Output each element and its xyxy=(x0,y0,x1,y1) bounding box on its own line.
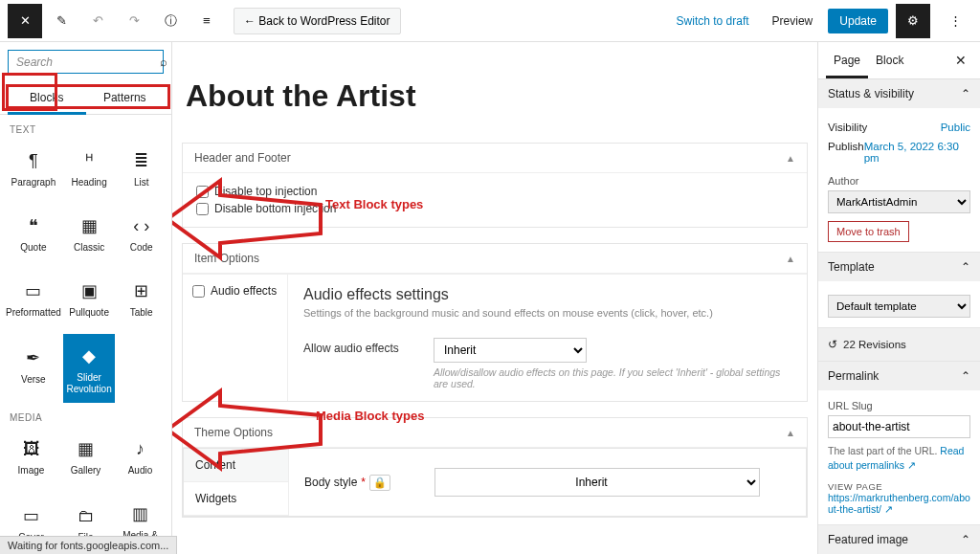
disable-top-injection-checkbox[interactable]: Disable top injection xyxy=(196,183,793,200)
block-slider-revolution[interactable]: ◆Slider Revolution xyxy=(63,334,116,403)
block-gallery[interactable]: ▦Gallery xyxy=(58,427,113,492)
browser-status-bar: Waiting for fonts.googleapis.com... xyxy=(0,536,177,554)
block-image[interactable]: 🖼Image xyxy=(4,427,58,492)
block-label: Heading xyxy=(71,177,106,196)
undo-button[interactable]: ↶ xyxy=(80,4,115,38)
block-inserter-panel: ⌕ Blocks Patterns TEXT ¶ParagraphᴴHeadin… xyxy=(0,42,172,554)
disable-bottom-injection-checkbox[interactable]: Disable bottom injection xyxy=(196,200,793,217)
annotation-media-blocks: Media Block types xyxy=(316,409,424,423)
settings-sidebar: Page Block ✕ Status & visibility⌃ Visibi… xyxy=(817,42,980,554)
block-label: Gallery xyxy=(71,465,101,484)
options-button[interactable]: ⋮ xyxy=(938,4,972,38)
block-icon: ⊞ xyxy=(134,280,148,301)
theme-tab-content[interactable]: Content xyxy=(184,449,288,482)
lock-icon: 🔒 xyxy=(369,475,390,491)
block-icon: 🖼 xyxy=(23,438,40,459)
block-icon: ¶ xyxy=(29,150,38,171)
block-quote[interactable]: ❝Quote xyxy=(4,204,63,269)
tab-blocks[interactable]: Blocks xyxy=(8,81,86,114)
collapse-icon[interactable]: ▲ xyxy=(786,428,795,438)
item-options-box: Item Options ▲ Audio effects Audio effec… xyxy=(182,243,808,402)
block-classic[interactable]: ▦Classic xyxy=(63,204,116,269)
visibility-label: Visibility xyxy=(828,122,867,133)
allow-audio-label: Allow audio effects xyxy=(303,338,418,355)
audio-settings-title: Audio effects settings xyxy=(303,286,791,303)
block-pullquote[interactable]: ▣Pullquote xyxy=(63,269,116,334)
block-icon: ❝ xyxy=(29,215,38,236)
block-code[interactable]: ‹ ›Code xyxy=(115,204,167,269)
collapse-icon[interactable]: ▲ xyxy=(786,254,795,264)
status-visibility-header[interactable]: Status & visibility⌃ xyxy=(818,79,980,108)
switch-to-draft-button[interactable]: Switch to draft xyxy=(669,9,757,33)
back-to-wordpress-button[interactable]: ← Back to WordPress Editor xyxy=(234,8,401,34)
block-label: Image xyxy=(18,465,45,484)
theme-options-title: Theme Options xyxy=(194,426,273,439)
block-heading[interactable]: ᴴHeading xyxy=(63,139,116,204)
block-icon: ᴴ xyxy=(85,150,94,171)
tab-page[interactable]: Page xyxy=(826,42,868,78)
view-page-label: VIEW PAGE xyxy=(828,481,970,492)
settings-button[interactable]: ⚙ xyxy=(896,4,930,38)
permalink-header[interactable]: Permalink⌃ xyxy=(818,362,980,390)
editor-canvas[interactable]: About the Artist Header and Footer ▲ Dis… xyxy=(172,42,817,554)
page-title[interactable]: About the Artist xyxy=(182,61,808,143)
search-icon: ⌕ xyxy=(160,55,167,69)
block-audio[interactable]: ♪Audio xyxy=(113,427,167,492)
block-search-input[interactable] xyxy=(16,55,160,69)
body-style-label: Body style xyxy=(304,476,357,489)
block-icon: 🗀 xyxy=(78,505,95,526)
preview-button[interactable]: Preview xyxy=(765,9,821,33)
block-icon: ✒ xyxy=(26,347,40,368)
tab-patterns[interactable]: Patterns xyxy=(86,81,165,114)
block-icon: ▦ xyxy=(81,215,98,236)
block-table[interactable]: ⊞Table xyxy=(115,269,167,334)
allow-audio-select[interactable]: Inherit xyxy=(434,338,587,363)
theme-tab-widgets[interactable]: Widgets xyxy=(184,482,288,516)
permalink-url[interactable]: https://markruthenberg.com/about-the-art… xyxy=(828,492,970,515)
template-select[interactable]: Default template xyxy=(828,295,970,318)
block-label: Preformatted xyxy=(6,307,61,326)
block-icon: ◆ xyxy=(82,345,96,366)
block-label: Quote xyxy=(20,242,46,261)
block-preformatted[interactable]: ▭Preformatted xyxy=(4,269,63,334)
url-slug-input[interactable] xyxy=(828,415,970,438)
header-footer-box: Header and Footer ▲ Disable top injectio… xyxy=(182,143,808,228)
move-to-trash-button[interactable]: Move to trash xyxy=(828,221,909,242)
block-verse[interactable]: ✒Verse xyxy=(4,334,63,403)
audio-settings-subtitle: Settings of the background music and sou… xyxy=(303,307,791,319)
block-label: Audio xyxy=(128,465,153,484)
block-label: List xyxy=(134,177,149,196)
toggle-inserter-button[interactable]: ✕ xyxy=(8,4,42,38)
history-icon: ↺ xyxy=(828,338,837,351)
block-label: Code xyxy=(130,242,153,261)
details-button[interactable]: ⓘ xyxy=(153,4,188,38)
block-label: Pullquote xyxy=(69,307,109,326)
revisions-button[interactable]: ↺ 22 Revisions xyxy=(818,328,980,362)
collapse-icon[interactable]: ▲ xyxy=(786,153,795,164)
author-select[interactable]: MarkArtistAdmin xyxy=(828,190,970,213)
tab-block[interactable]: Block xyxy=(868,42,911,78)
template-header[interactable]: Template⌃ xyxy=(818,253,980,281)
update-button[interactable]: Update xyxy=(828,9,888,33)
tools-button[interactable]: ✎ xyxy=(44,4,78,38)
audio-effects-checkbox[interactable]: Audio effects xyxy=(192,284,278,298)
block-icon: ▥ xyxy=(132,503,148,524)
allow-audio-helper: Allow/disallow audio effects on this pag… xyxy=(434,366,791,389)
featured-image-header[interactable]: Featured image⌃ xyxy=(818,525,980,554)
author-label: Author xyxy=(828,175,970,187)
editor-topbar: ✕ ✎ ↶ ↷ ⓘ ≡ ← Back to WordPress Editor S… xyxy=(0,0,980,42)
visibility-value[interactable]: Public xyxy=(941,122,970,133)
block-list[interactable]: ≣List xyxy=(115,139,167,204)
section-media-label: MEDIA xyxy=(0,403,171,427)
close-sidebar-button[interactable]: ✕ xyxy=(949,49,972,72)
block-icon: ▦ xyxy=(78,438,94,459)
block-paragraph[interactable]: ¶Paragraph xyxy=(4,139,63,204)
annotation-text-blocks: Text Block types xyxy=(325,197,423,211)
body-style-select[interactable]: Inherit xyxy=(434,468,760,497)
outline-button[interactable]: ≡ xyxy=(189,4,224,38)
block-icon: ‹ › xyxy=(133,215,149,236)
publish-value[interactable]: March 5, 2022 6:30 pm xyxy=(864,141,970,164)
block-label: Slider Revolution xyxy=(65,372,114,395)
redo-button[interactable]: ↷ xyxy=(117,4,151,38)
theme-options-box: Theme Options ▲ Content Widgets Body sty… xyxy=(182,417,808,518)
